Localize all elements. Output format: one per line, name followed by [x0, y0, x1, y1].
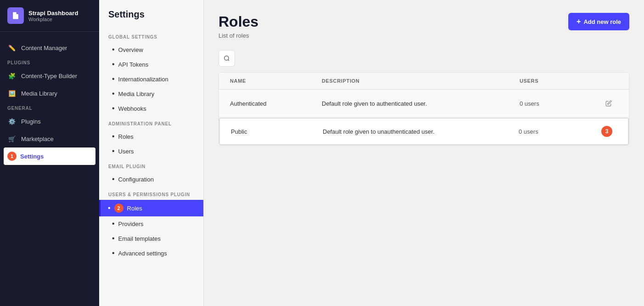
add-new-role-button[interactable]: + Add new role	[568, 13, 629, 30]
roles-table: NAME DESCRIPTION USERS Authenticated Def…	[218, 72, 629, 146]
page-title-block: Roles List of roles	[218, 13, 258, 39]
sidebar-label-content-manager: Content Manager	[21, 45, 67, 51]
row-authenticated-name: Authenticated	[226, 93, 318, 114]
settings-panel: Settings GLOBAL SETTINGS Overview API To…	[99, 0, 204, 306]
sidebar-item-settings[interactable]: 1 Settings	[4, 147, 95, 165]
edit-authenticated-button[interactable]	[602, 97, 615, 110]
brand-subtitle: Workplace	[28, 17, 78, 22]
svg-rect-0	[14, 15, 17, 16]
add-button-label: Add new role	[583, 18, 621, 25]
sidebar-item-marketplace[interactable]: 🛒 Marketplace	[0, 130, 99, 147]
brand-name: Strapi Dashboard	[28, 10, 78, 17]
plugins-section-label: PLUGINS	[0, 57, 99, 67]
settings-item-api-tokens[interactable]: API Tokens	[99, 57, 203, 72]
strapi-icon	[11, 11, 20, 20]
sidebar-label-settings: Settings	[20, 153, 44, 160]
settings-item-permissions-roles[interactable]: 2 Roles	[99, 200, 203, 216]
puzzle-icon: 🧩	[7, 71, 17, 80]
row-public-name: Public	[227, 121, 319, 142]
brand-logo	[7, 7, 24, 24]
row-public-actions: 3	[598, 119, 621, 144]
settings-item-providers[interactable]: Providers	[99, 216, 203, 231]
sidebar-item-plugins[interactable]: ⚙️ Plugins	[0, 113, 99, 130]
settings-item-media-library-settings[interactable]: Media Library	[99, 86, 203, 101]
svg-rect-1	[14, 17, 17, 18]
gear-icon: ⚙️	[7, 117, 17, 126]
file-icon: ✏️	[7, 43, 17, 52]
page-header: Roles List of roles + Add new role	[218, 13, 629, 39]
email-plugin-label: EMAIL PLUGIN	[99, 159, 203, 172]
admin-panel-label: ADMINISTRATION PANEL	[99, 116, 203, 129]
settings-panel-title: Settings	[99, 9, 203, 29]
col-actions	[599, 73, 622, 89]
pencil-icon	[605, 100, 612, 107]
row-public-users: 0 users	[515, 121, 598, 142]
search-bar	[218, 50, 629, 67]
sidebar-label-content-type-builder: Content-Type Builder	[21, 73, 77, 79]
sidebar-label-plugins: Plugins	[21, 118, 41, 125]
sidebar-nav: ✏️ Content Manager PLUGINS 🧩 Content-Typ…	[0, 32, 99, 306]
table-header: NAME DESCRIPTION USERS	[219, 73, 629, 90]
settings-item-webhooks[interactable]: Webhooks	[99, 101, 203, 116]
users-permissions-label: USERS & PERMISSIONS PLUGIN	[99, 187, 203, 200]
svg-point-2	[224, 56, 229, 60]
page-subtitle: List of roles	[218, 32, 258, 39]
global-settings-label: GLOBAL SETTINGS	[99, 29, 203, 42]
main-content: Roles List of roles + Add new role NAME …	[204, 0, 644, 306]
row-public-description: Default role given to unauthenticated us…	[319, 121, 515, 142]
permissions-roles-badge: 2	[114, 204, 123, 213]
search-icon	[224, 55, 230, 62]
image-icon: 🖼️	[7, 89, 17, 98]
sidebar-item-media-library[interactable]: 🖼️ Media Library	[0, 85, 99, 102]
page-title: Roles	[218, 13, 258, 30]
settings-badge: 1	[7, 152, 17, 161]
col-description: DESCRIPTION	[318, 73, 516, 89]
settings-item-advanced-settings[interactable]: Advanced settings	[99, 246, 203, 261]
general-section-label: GENERAL	[0, 102, 99, 113]
table-row: Public Default role given to unauthentic…	[219, 118, 629, 145]
table-row: Authenticated Default role given to auth…	[219, 90, 629, 118]
settings-item-users[interactable]: Users	[99, 144, 203, 159]
settings-item-internationalization[interactable]: Internationalization	[99, 72, 203, 86]
row-authenticated-actions	[599, 90, 622, 117]
plus-icon: +	[577, 17, 581, 26]
col-name: NAME	[226, 73, 318, 89]
settings-item-overview[interactable]: Overview	[99, 42, 203, 57]
sidebar: Strapi Dashboard Workplace ✏️ Content Ma…	[0, 0, 99, 306]
settings-item-roles[interactable]: Roles	[99, 129, 203, 144]
sidebar-item-content-manager[interactable]: ✏️ Content Manager	[0, 39, 99, 57]
row-authenticated-users: 0 users	[516, 93, 599, 114]
public-row-badge: 3	[601, 126, 612, 137]
sidebar-label-media-library: Media Library	[21, 90, 57, 97]
settings-item-configuration[interactable]: Configuration	[99, 172, 203, 187]
sidebar-item-content-type-builder[interactable]: 🧩 Content-Type Builder	[0, 67, 99, 85]
brand: Strapi Dashboard Workplace	[0, 0, 99, 32]
brand-text: Strapi Dashboard Workplace	[28, 10, 78, 22]
col-users: USERS	[516, 73, 599, 89]
settings-item-email-templates[interactable]: Email templates	[99, 231, 203, 246]
search-button[interactable]	[218, 50, 235, 67]
sidebar-label-marketplace: Marketplace	[21, 136, 54, 142]
row-authenticated-description: Default role given to authenticated user…	[318, 93, 516, 114]
cart-icon: 🛒	[7, 134, 17, 143]
